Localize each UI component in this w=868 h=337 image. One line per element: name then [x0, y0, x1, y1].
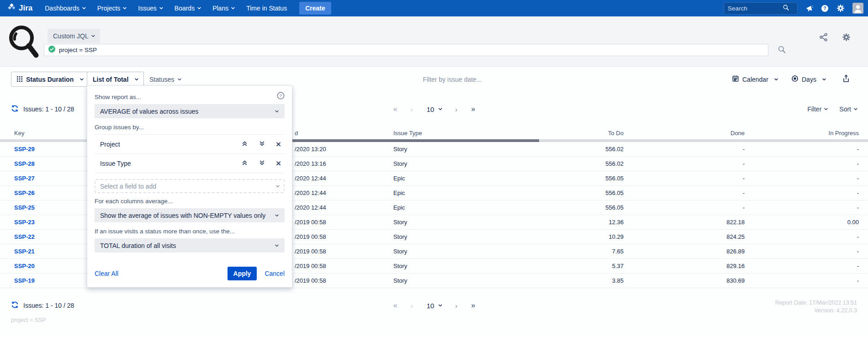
- jql-input[interactable]: [59, 47, 764, 53]
- move-up-icon[interactable]: [241, 159, 248, 168]
- sort-dropdown[interactable]: Sort: [839, 105, 857, 113]
- show-report-as-label: Show report as...: [95, 94, 141, 100]
- refresh-icon[interactable]: [11, 105, 19, 114]
- nav-item-time-in-status[interactable]: Time in Status: [240, 5, 293, 12]
- chevron-down-icon: [824, 106, 828, 110]
- refresh-icon[interactable]: [11, 301, 19, 310]
- in-progress-cell: -: [745, 277, 859, 284]
- nav-item-plans[interactable]: Plans: [206, 5, 240, 12]
- jql-query-box[interactable]: [44, 44, 768, 56]
- visits-mode-select[interactable]: TOTAL duration of all visits: [95, 238, 285, 253]
- done-cell: -: [626, 175, 745, 182]
- settings-gear-icon[interactable]: [842, 33, 851, 42]
- fisheye-icon: [791, 75, 799, 84]
- col-issue-type[interactable]: Issue Type: [365, 130, 457, 137]
- issue-type-cell: Story: [365, 248, 457, 255]
- issue-key-link[interactable]: SSP-19: [11, 277, 91, 284]
- run-query-search-icon[interactable]: [778, 45, 786, 56]
- pagination-first[interactable]: «: [393, 301, 397, 310]
- issue-type-cell: Story: [365, 233, 457, 240]
- chevron-down-icon: [275, 243, 279, 247]
- issue-key-link[interactable]: SSP-29: [11, 146, 91, 153]
- calendar-dropdown[interactable]: Calendar: [732, 72, 778, 87]
- issue-key-link[interactable]: SSP-25: [11, 204, 91, 211]
- done-cell: 826.89: [626, 248, 745, 255]
- avg-mode-select[interactable]: Show the average of issues with NON-EMPT…: [95, 208, 285, 222]
- pagination-page-size[interactable]: 10: [427, 105, 442, 113]
- issue-key-link[interactable]: SSP-27: [11, 175, 91, 182]
- global-search-input[interactable]: [728, 5, 783, 12]
- export-icon: [842, 74, 850, 84]
- issue-key-link[interactable]: SSP-21: [11, 248, 91, 255]
- filter-dropdown[interactable]: Filter: [807, 105, 827, 113]
- chevron-down-icon: [774, 77, 778, 80]
- cancel-link[interactable]: Cancel: [265, 270, 285, 277]
- gear-icon[interactable]: [836, 4, 845, 12]
- export-button[interactable]: [842, 72, 850, 87]
- app-root: Jira Dashboards Projects Issues Boards P…: [0, 0, 868, 337]
- pagination-last[interactable]: »: [471, 301, 475, 310]
- global-search-box[interactable]: [724, 2, 798, 15]
- issue-key-link[interactable]: SSP-26: [11, 190, 91, 196]
- nav-item-issues[interactable]: Issues: [132, 5, 168, 12]
- pagination-next[interactable]: ›: [455, 105, 457, 113]
- issue-type-cell: Story: [365, 277, 457, 284]
- col-key[interactable]: Key: [11, 130, 91, 137]
- remove-field-icon[interactable]: ×: [276, 140, 281, 148]
- pagination-page-size[interactable]: 10: [427, 302, 442, 310]
- in-progress-cell: -: [745, 160, 859, 167]
- add-field-box[interactable]: [95, 179, 285, 193]
- report-type-button[interactable]: Status Duration: [11, 72, 89, 87]
- move-down-icon[interactable]: [259, 140, 265, 148]
- chevron-down-icon: [822, 77, 826, 80]
- view-mode-button[interactable]: List of Total: [87, 72, 144, 87]
- help-circle-icon[interactable]: ?: [277, 92, 285, 101]
- chevron-down-icon: [123, 5, 127, 9]
- issue-type-cell: Epic: [365, 204, 457, 211]
- time-unit-dropdown[interactable]: Days: [791, 72, 826, 87]
- report-date: Report Date: 17/Mar/2022 13:51: [775, 299, 857, 307]
- col-in-progress[interactable]: In Progress: [745, 130, 859, 137]
- help-icon[interactable]: ?: [821, 5, 829, 12]
- issue-key-link[interactable]: SSP-23: [11, 219, 91, 226]
- pagination-next[interactable]: ›: [455, 302, 457, 310]
- pagination-first[interactable]: «: [393, 105, 397, 113]
- table-meta-bottom: Issues: 1 - 10 / 28 « ‹ 10 › »: [0, 298, 868, 313]
- share-icon[interactable]: [819, 33, 828, 42]
- move-up-icon[interactable]: [241, 140, 248, 148]
- report-as-select[interactable]: AVERAGE of values across issues: [95, 104, 285, 118]
- nav-item-projects[interactable]: Projects: [91, 5, 132, 12]
- col-to-do[interactable]: To Do: [457, 130, 626, 137]
- issue-key-link[interactable]: SSP-20: [11, 263, 91, 269]
- to-do-cell: 12.36: [457, 219, 626, 226]
- avatar[interactable]: [852, 3, 863, 14]
- megaphone-icon[interactable]: [805, 5, 813, 12]
- calendar-icon: [732, 75, 739, 84]
- move-down-icon[interactable]: [259, 159, 265, 168]
- in-progress-cell: -: [745, 233, 859, 240]
- col-done[interactable]: Done: [626, 130, 745, 137]
- clear-all-link[interactable]: Clear All: [95, 270, 118, 277]
- nav-item-dashboards[interactable]: Dashboards: [39, 5, 91, 12]
- chevron-down-icon: [91, 33, 95, 37]
- issue-date-filter-input[interactable]: [361, 72, 544, 87]
- pagination-last[interactable]: »: [471, 105, 475, 113]
- jira-brand[interactable]: Jira: [7, 3, 32, 14]
- chevron-down-icon: [854, 106, 857, 110]
- in-progress-cell: -: [745, 190, 859, 196]
- jql-mode-button[interactable]: Custom JQL: [48, 29, 100, 43]
- grid-icon: [17, 76, 22, 83]
- nav-item-boards[interactable]: Boards: [169, 5, 206, 12]
- issue-key-link[interactable]: SSP-28: [11, 160, 91, 167]
- chevron-down-icon: [82, 5, 86, 9]
- statuses-dropdown[interactable]: Statuses: [149, 72, 181, 87]
- pagination-prev[interactable]: ‹: [411, 302, 413, 310]
- add-field-input[interactable]: [100, 183, 273, 190]
- create-button[interactable]: Create: [299, 2, 331, 15]
- issue-key-link[interactable]: SSP-22: [11, 233, 91, 240]
- apply-button[interactable]: Apply: [228, 267, 257, 280]
- remove-field-icon[interactable]: ×: [276, 159, 281, 168]
- pagination-prev[interactable]: ‹: [411, 105, 413, 113]
- chevron-down-icon: [276, 184, 280, 187]
- chevron-down-icon: [231, 5, 235, 9]
